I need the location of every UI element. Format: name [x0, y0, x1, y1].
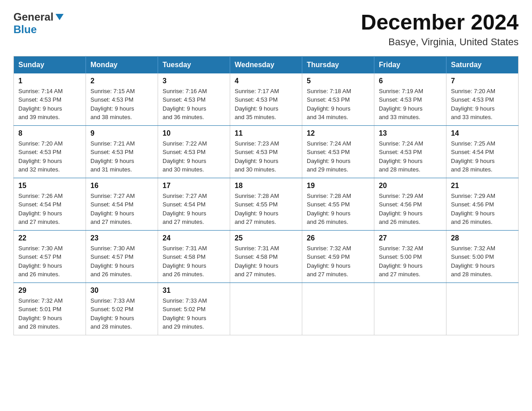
- day-info: Sunrise: 7:33 AMSunset: 5:02 PMDaylight:…: [90, 296, 153, 331]
- calendar-day-cell: 13Sunrise: 7:24 AMSunset: 4:53 PMDayligh…: [374, 125, 446, 178]
- day-info: Sunrise: 7:28 AMSunset: 4:55 PMDaylight:…: [235, 192, 297, 227]
- day-number: 17: [163, 182, 225, 190]
- day-of-week-header: Friday: [374, 56, 446, 73]
- calendar-day-cell: [302, 283, 374, 335]
- logo-arrow-icon: [55, 12, 64, 22]
- day-info: Sunrise: 7:25 AMSunset: 4:54 PMDaylight:…: [451, 139, 514, 174]
- day-info: Sunrise: 7:29 AMSunset: 4:56 PMDaylight:…: [379, 192, 442, 227]
- day-number: 12: [307, 129, 369, 137]
- day-info: Sunrise: 7:20 AMSunset: 4:53 PMDaylight:…: [18, 139, 81, 174]
- day-of-week-header: Wednesday: [230, 56, 302, 73]
- calendar-day-cell: 3Sunrise: 7:16 AMSunset: 4:53 PMDaylight…: [158, 73, 230, 126]
- days-of-week-row: SundayMondayTuesdayWednesdayThursdayFrid…: [14, 56, 519, 73]
- day-info: Sunrise: 7:32 AMSunset: 5:01 PMDaylight:…: [18, 296, 81, 331]
- day-number: 5: [307, 77, 369, 85]
- day-number: 16: [90, 182, 153, 190]
- calendar-day-cell: 24Sunrise: 7:31 AMSunset: 4:58 PMDayligh…: [158, 230, 230, 283]
- calendar-title: December 2024: [361, 11, 519, 34]
- day-info: Sunrise: 7:30 AMSunset: 4:57 PMDaylight:…: [90, 244, 153, 279]
- day-number: 26: [307, 234, 369, 242]
- calendar-day-cell: 11Sunrise: 7:23 AMSunset: 4:53 PMDayligh…: [230, 125, 302, 178]
- day-info: Sunrise: 7:29 AMSunset: 4:56 PMDaylight:…: [451, 192, 514, 227]
- day-number: 25: [235, 234, 297, 242]
- calendar-day-cell: 21Sunrise: 7:29 AMSunset: 4:56 PMDayligh…: [446, 178, 519, 230]
- day-of-week-header: Monday: [86, 56, 158, 73]
- calendar-day-cell: 6Sunrise: 7:19 AMSunset: 4:53 PMDaylight…: [374, 73, 446, 126]
- calendar-day-cell: 27Sunrise: 7:32 AMSunset: 5:00 PMDayligh…: [374, 230, 446, 283]
- day-number: 7: [451, 77, 514, 85]
- calendar-day-cell: 15Sunrise: 7:26 AMSunset: 4:54 PMDayligh…: [14, 178, 86, 230]
- day-info: Sunrise: 7:26 AMSunset: 4:54 PMDaylight:…: [18, 192, 81, 227]
- calendar-header: SundayMondayTuesdayWednesdayThursdayFrid…: [14, 56, 519, 73]
- calendar-day-cell: [230, 283, 302, 335]
- day-info: Sunrise: 7:24 AMSunset: 4:53 PMDaylight:…: [379, 139, 442, 174]
- calendar-day-cell: 1Sunrise: 7:14 AMSunset: 4:53 PMDaylight…: [14, 73, 86, 126]
- calendar-day-cell: 5Sunrise: 7:18 AMSunset: 4:53 PMDaylight…: [302, 73, 374, 126]
- calendar-day-cell: 8Sunrise: 7:20 AMSunset: 4:53 PMDaylight…: [14, 125, 86, 178]
- calendar-day-cell: 14Sunrise: 7:25 AMSunset: 4:54 PMDayligh…: [446, 125, 519, 178]
- day-of-week-header: Thursday: [302, 56, 374, 73]
- page-header: General Blue December 2024 Basye, Virgin…: [13, 11, 519, 48]
- day-info: Sunrise: 7:32 AMSunset: 5:00 PMDaylight:…: [379, 244, 442, 279]
- title-block: December 2024 Basye, Virginia, United St…: [361, 11, 519, 48]
- calendar-day-cell: 25Sunrise: 7:31 AMSunset: 4:58 PMDayligh…: [230, 230, 302, 283]
- calendar-day-cell: 26Sunrise: 7:32 AMSunset: 4:59 PMDayligh…: [302, 230, 374, 283]
- calendar-day-cell: 30Sunrise: 7:33 AMSunset: 5:02 PMDayligh…: [86, 283, 158, 335]
- logo: General Blue: [13, 11, 64, 36]
- calendar-day-cell: 22Sunrise: 7:30 AMSunset: 4:57 PMDayligh…: [14, 230, 86, 283]
- day-number: 6: [379, 77, 442, 85]
- day-number: 27: [379, 234, 442, 242]
- day-info: Sunrise: 7:20 AMSunset: 4:53 PMDaylight:…: [451, 87, 514, 122]
- logo-blue-text: Blue: [13, 23, 37, 36]
- day-number: 11: [235, 129, 297, 137]
- calendar-day-cell: 2Sunrise: 7:15 AMSunset: 4:53 PMDaylight…: [86, 73, 158, 126]
- day-info: Sunrise: 7:18 AMSunset: 4:53 PMDaylight:…: [307, 87, 369, 122]
- calendar-week-row: 15Sunrise: 7:26 AMSunset: 4:54 PMDayligh…: [14, 178, 519, 230]
- day-number: 4: [235, 77, 297, 85]
- calendar-subtitle: Basye, Virginia, United States: [361, 36, 519, 48]
- day-info: Sunrise: 7:31 AMSunset: 4:58 PMDaylight:…: [163, 244, 225, 279]
- calendar-day-cell: 16Sunrise: 7:27 AMSunset: 4:54 PMDayligh…: [86, 178, 158, 230]
- day-number: 20: [379, 182, 442, 190]
- calendar-week-row: 22Sunrise: 7:30 AMSunset: 4:57 PMDayligh…: [14, 230, 519, 283]
- day-number: 10: [163, 129, 225, 137]
- calendar-day-cell: 18Sunrise: 7:28 AMSunset: 4:55 PMDayligh…: [230, 178, 302, 230]
- day-number: 22: [18, 234, 81, 242]
- day-info: Sunrise: 7:28 AMSunset: 4:55 PMDaylight:…: [307, 192, 369, 227]
- day-info: Sunrise: 7:32 AMSunset: 4:59 PMDaylight:…: [307, 244, 369, 279]
- day-info: Sunrise: 7:14 AMSunset: 4:53 PMDaylight:…: [18, 87, 81, 122]
- svg-marker-0: [56, 14, 64, 20]
- day-number: 13: [379, 129, 442, 137]
- day-number: 19: [307, 182, 369, 190]
- day-info: Sunrise: 7:23 AMSunset: 4:53 PMDaylight:…: [235, 139, 297, 174]
- day-info: Sunrise: 7:16 AMSunset: 4:53 PMDaylight:…: [163, 87, 225, 122]
- day-number: 3: [163, 77, 225, 85]
- logo-general-text: General: [13, 11, 53, 23]
- calendar-body: 1Sunrise: 7:14 AMSunset: 4:53 PMDaylight…: [14, 73, 519, 335]
- day-of-week-header: Tuesday: [158, 56, 230, 73]
- day-info: Sunrise: 7:27 AMSunset: 4:54 PMDaylight:…: [90, 192, 153, 227]
- calendar-day-cell: [374, 283, 446, 335]
- day-info: Sunrise: 7:30 AMSunset: 4:57 PMDaylight:…: [18, 244, 81, 279]
- day-info: Sunrise: 7:21 AMSunset: 4:53 PMDaylight:…: [90, 139, 153, 174]
- day-number: 21: [451, 182, 514, 190]
- day-number: 28: [451, 234, 514, 242]
- day-info: Sunrise: 7:19 AMSunset: 4:53 PMDaylight:…: [379, 87, 442, 122]
- calendar-day-cell: [446, 283, 519, 335]
- day-number: 9: [90, 129, 153, 137]
- calendar-day-cell: 20Sunrise: 7:29 AMSunset: 4:56 PMDayligh…: [374, 178, 446, 230]
- calendar-week-row: 1Sunrise: 7:14 AMSunset: 4:53 PMDaylight…: [14, 73, 519, 126]
- calendar-week-row: 8Sunrise: 7:20 AMSunset: 4:53 PMDaylight…: [14, 125, 519, 178]
- day-number: 24: [163, 234, 225, 242]
- calendar-day-cell: 19Sunrise: 7:28 AMSunset: 4:55 PMDayligh…: [302, 178, 374, 230]
- day-number: 1: [18, 77, 81, 85]
- day-number: 8: [18, 129, 81, 137]
- calendar-week-row: 29Sunrise: 7:32 AMSunset: 5:01 PMDayligh…: [14, 283, 519, 335]
- calendar-day-cell: 4Sunrise: 7:17 AMSunset: 4:53 PMDaylight…: [230, 73, 302, 126]
- day-number: 15: [18, 182, 81, 190]
- calendar-day-cell: 31Sunrise: 7:33 AMSunset: 5:02 PMDayligh…: [158, 283, 230, 335]
- calendar-day-cell: 10Sunrise: 7:22 AMSunset: 4:53 PMDayligh…: [158, 125, 230, 178]
- day-number: 14: [451, 129, 514, 137]
- day-number: 2: [90, 77, 153, 85]
- day-info: Sunrise: 7:32 AMSunset: 5:00 PMDaylight:…: [451, 244, 514, 279]
